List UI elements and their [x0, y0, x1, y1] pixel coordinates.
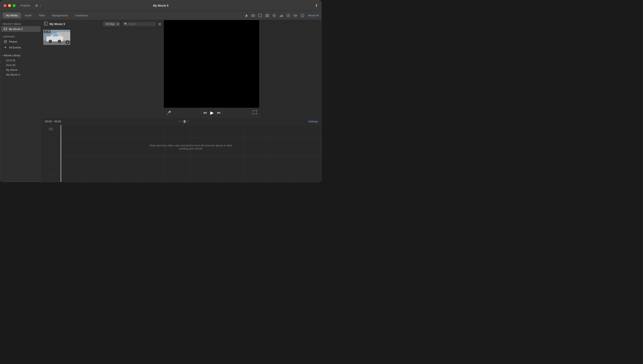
search-bar: 🔍	[123, 22, 156, 26]
svg-rect-32	[62, 38, 63, 38]
svg-point-1	[253, 14, 255, 16]
media-browser-header: My Movie 5 All Clips 🔍 ⚙	[42, 20, 164, 28]
preview-controls: 🎤 ⏮ ▶ ⏭	[164, 108, 259, 118]
grid-view-icon[interactable]: ⊞	[35, 4, 38, 8]
app-window: ‹ Projects ⊞ ↓ My Movie 5 ⬆ My Media Aud…	[0, 0, 322, 182]
chevron-down-icon: ▾	[2, 54, 3, 56]
zoom-bar	[179, 120, 189, 123]
toggle-sidebar-button[interactable]	[44, 22, 48, 26]
color-correction-icon[interactable]	[250, 13, 256, 18]
svg-rect-31	[53, 34, 58, 36]
preview-controls-center: ⏮ ▶ ⏭	[174, 110, 250, 116]
imovie-library-group: ▾ iMovie Library 22-5-20 25-6-20 My Movi…	[0, 53, 42, 77]
settings-icon[interactable]: ⚙	[158, 22, 161, 26]
search-input[interactable]	[128, 22, 154, 26]
noise-reduction-icon[interactable]	[293, 13, 298, 18]
color-balance-icon[interactable]: ◑	[243, 13, 249, 18]
zoom-tick-3	[182, 120, 182, 122]
all-clips-select[interactable]: All Clips	[103, 22, 120, 26]
tab-backgrounds[interactable]: Backgrounds	[49, 13, 71, 18]
svg-rect-21	[44, 22, 48, 25]
svg-rect-36	[52, 128, 53, 130]
stabilization-icon[interactable]	[285, 13, 291, 18]
sidebar-item-my-movie[interactable]: My Movie	[0, 68, 42, 72]
minimize-button[interactable]	[8, 4, 11, 7]
sidebar-item-22-5-20[interactable]: 22-5-20	[0, 58, 42, 63]
zoom-tick-4	[187, 120, 187, 122]
projects-label: Projects	[21, 4, 30, 7]
reset-all-button[interactable]: Reset All	[308, 14, 319, 17]
timeline-section: 00:00 / 00:00 Settings	[42, 118, 321, 182]
crop-icon[interactable]	[257, 13, 263, 18]
fullscreen-button[interactable]	[253, 110, 257, 115]
sidebar-item-photos[interactable]: Photos	[1, 39, 41, 44]
clip-add-button[interactable]: +	[66, 40, 70, 44]
svg-rect-2	[259, 14, 262, 17]
projects-button[interactable]: ‹ Projects	[19, 4, 30, 7]
svg-point-28	[50, 40, 51, 42]
titlebar-icons: ⊞ ↓	[35, 4, 41, 8]
media-browser: My Movie 5 All Clips 🔍 ⚙	[42, 20, 164, 118]
imovie-library-header[interactable]: ▾ iMovie Library	[0, 53, 42, 58]
svg-point-10	[288, 15, 289, 16]
toolbar-tools: ◑ i Reset A	[243, 13, 319, 18]
info-icon[interactable]: i	[300, 13, 305, 18]
media-browser-title: My Movie 5	[50, 22, 65, 26]
svg-rect-6	[280, 16, 280, 17]
all-events-label: All Events	[9, 46, 21, 49]
video-track-icon	[49, 127, 53, 132]
tab-my-media[interactable]: My Media	[3, 13, 21, 18]
volume-icon[interactable]	[271, 13, 277, 18]
project-media-label: PROJECT MEDIA	[0, 22, 42, 26]
timeline-tracks[interactable]: Drag and drop video clips and photos fro…	[60, 125, 321, 182]
equalizer-icon[interactable]	[278, 13, 284, 18]
svg-rect-8	[282, 15, 283, 17]
sidebar-item-all-events[interactable]: ✦ All Events	[1, 44, 41, 50]
imovie-library-label: iMovie Library	[4, 54, 21, 57]
media-clip[interactable]: 11.4s +	[43, 30, 70, 45]
maximize-button[interactable]	[13, 4, 16, 7]
svg-point-4	[267, 15, 268, 16]
toolbar: My Media Audio Titles Backgrounds Transi…	[0, 11, 321, 20]
share-button[interactable]: ⬆	[315, 3, 318, 8]
sidebar-item-25-6-20[interactable]: 25-6-20	[0, 63, 42, 68]
nav-tabs: My Media Audio Titles Backgrounds Transi…	[3, 13, 91, 18]
microphone-button[interactable]: 🎤	[166, 110, 171, 115]
timeline-header: 00:00 / 00:00 Settings	[42, 118, 321, 125]
sidebar-item-my-movie-5[interactable]: My Movie 5	[1, 26, 41, 32]
tab-audio[interactable]: Audio	[21, 13, 35, 18]
tab-transitions[interactable]: Transitions	[72, 13, 91, 18]
sidebar-item-my-movie-4[interactable]: My Movie 4	[0, 72, 42, 77]
photos-icon	[4, 40, 7, 44]
media-grid: 11.4s +	[42, 28, 164, 118]
main-content: PROJECT MEDIA My Movie 5 LIBRARIES Photo…	[0, 20, 321, 182]
play-button[interactable]: ▶	[210, 110, 214, 116]
sidebar: PROJECT MEDIA My Movie 5 LIBRARIES Photo…	[0, 20, 42, 182]
timeline-empty-track: Drag and drop video clips and photos fro…	[60, 138, 321, 156]
tab-titles[interactable]: Titles	[36, 13, 49, 18]
close-button[interactable]	[4, 4, 7, 7]
zoom-tick-5	[189, 120, 189, 122]
skip-back-button[interactable]: ⏮	[203, 110, 207, 115]
current-time: 00:00	[45, 120, 52, 123]
timeline-settings-button[interactable]: Settings	[308, 120, 318, 123]
svg-rect-7	[281, 15, 282, 17]
preview-video	[164, 20, 259, 108]
sort-icon[interactable]: ↓	[40, 4, 41, 8]
svg-rect-35	[51, 128, 52, 130]
preview-panel: 🎤 ⏮ ▶ ⏭	[164, 20, 259, 118]
camera-overlay-icon[interactable]	[264, 13, 270, 18]
traffic-lights	[4, 4, 16, 7]
zoom-tick-1	[179, 120, 179, 122]
search-icon: 🔍	[124, 22, 127, 26]
star-icon: ✦	[4, 46, 7, 49]
libraries-label: LIBRARIES	[0, 34, 42, 39]
film-icon	[4, 27, 7, 31]
skip-forward-button[interactable]: ⏭	[217, 110, 221, 115]
svg-rect-3	[266, 14, 269, 17]
svg-rect-34	[50, 128, 50, 130]
timeline-track-labels: ♪	[42, 125, 60, 182]
timeline-body: ♪	[42, 125, 321, 182]
zoom-handle[interactable]	[184, 120, 186, 123]
clip-duration: 11.4s	[44, 30, 51, 33]
